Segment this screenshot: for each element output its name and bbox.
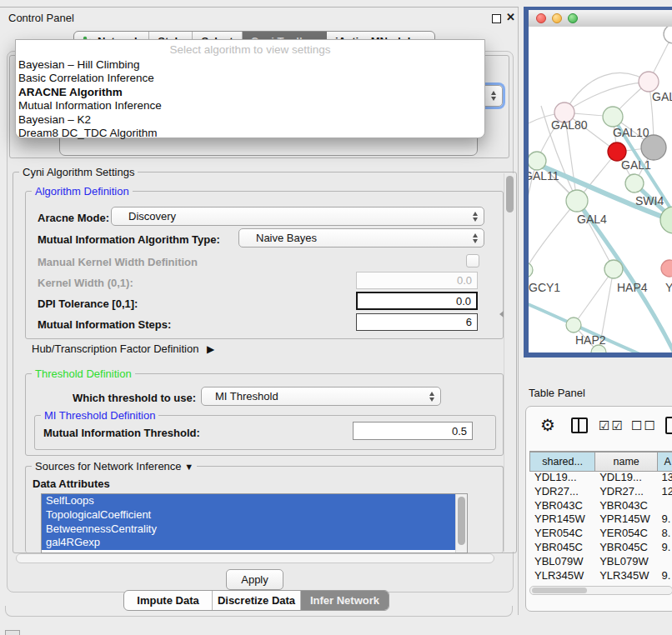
settings-horizontal-scrollbar[interactable] [16,553,494,563]
mi-type-value: Naive Bayes [256,232,317,244]
table-row[interactable]: YER054CYER054C8. [529,527,672,541]
mi-type-label: Mutual Information Algorithm Type: [38,233,220,246]
node [529,152,546,170]
mi-steps-label: Mutual Information Steps: [38,318,171,331]
aracne-mode-value: Discovery [128,210,176,222]
list-item[interactable]: gal4RGexp [42,536,460,550]
minimize-traffic-light-icon[interactable] [552,13,562,23]
settings-vertical-scrollbar[interactable] [504,173,515,552]
node-label: HAP2 [575,333,606,347]
table-row[interactable]: YDL19...YDL19...13 [529,471,672,485]
menu-item[interactable]: Dream8 DC_TDC Algorithm [16,127,484,140]
network-graph: GAL GAL80 GAL10 GAL1 GAL11 SWI4 GAL4 GCY… [529,27,672,352]
expand-down-icon: ▼ [184,462,193,472]
table-row[interactable]: YPR145WYPR145W9. [529,512,672,527]
list-item[interactable]: SelfLoops [42,494,460,508]
node-label: GAL1 [621,158,651,172]
mi-threshold-def-label: MI Threshold Definition [41,409,158,422]
mi-threshold-field[interactable]: 0.5 [353,422,473,440]
node-label: GAL11 [529,169,559,182]
close-icon[interactable]: ✕ [506,11,515,23]
table-row[interactable]: YBL079WYBL079W [529,555,672,569]
combo-stepper-icon [473,212,478,222]
gear-icon[interactable]: ⚙ [540,415,555,435]
menu-item[interactable]: Bayesian – K2 [16,113,484,127]
node [664,27,672,43]
unchecked-checkboxes-icon[interactable]: ☐☐ [631,418,657,433]
list-item[interactable]: TopologicalCoefficient [42,508,460,522]
column-header-partial[interactable]: A [658,452,672,472]
node [661,260,672,277]
table-horizontal-scrollbar[interactable] [529,586,672,595]
kernel-width-label: Kernel Width (0,1): [38,277,133,289]
zoom-traffic-light-icon[interactable] [568,13,578,23]
threshold-definition-label: Threshold Definition [32,368,135,380]
algorithm-definition-label: Algorithm Definition [32,185,133,198]
kernel-width-field[interactable]: 0.0 [356,272,478,289]
column-header-name[interactable]: name [595,452,658,472]
node [639,72,659,92]
control-panel-title: Control Panel [8,12,74,24]
cyni-algorithm-settings-group: Cyni Algorithm Settings Algorithm Defini… [13,172,517,553]
node-label: GAL80 [551,118,588,132]
window-grip-icon[interactable] [5,630,20,635]
apply-button[interactable]: Apply [226,569,283,590]
table-header: shared... name A [529,451,672,472]
data-attributes-label: Data Attributes [33,478,110,490]
menu-item-selected[interactable]: ARACNE Algorithm [16,86,484,99]
node-label: GAL4 [577,212,607,226]
mi-threshold-group: MI Threshold Definition Mutual Informati… [34,415,496,450]
mi-type-combo[interactable]: Naive Bayes [238,228,484,248]
page-icon[interactable] [665,417,672,434]
threshold-definition-group: Threshold Definition Which threshold to … [25,373,504,456]
table-row[interactable]: YLR345WYLR345W9. [529,569,672,583]
which-threshold-value: MI Threshold [215,390,278,402]
algorithm-definition-group: Algorithm Definition Aracne Mode: Discov… [25,191,504,339]
list-item[interactable]: BetweennessCentrality [42,522,460,537]
mi-steps-field[interactable]: 6 [356,313,478,331]
node [566,318,581,332]
application-root: Control Panel ✕ Network Style Select [0,0,672,635]
attributes-vertical-scrollbar[interactable] [455,494,467,552]
scrollbar-thumb[interactable] [532,588,587,593]
table-panel: ⚙ ☑☑ ☐☐ shared... name A YDL19...YDL19..… [525,406,672,612]
table-row[interactable]: YBR045CYBR045C9. [529,541,672,555]
network-canvas[interactable]: GAL GAL80 GAL10 GAL1 GAL11 SWI4 GAL4 GCY… [529,27,672,352]
checked-checkboxes-icon[interactable]: ☑☑ [599,418,624,433]
node-label: GAL [652,90,672,103]
data-attributes-list[interactable]: SelfLoops TopologicalCoefficient Between… [41,493,468,553]
node-label: Y [665,281,672,294]
network-window-titlebar[interactable] [529,10,672,28]
sources-label[interactable]: Sources for Network Inference ▼ [32,460,197,472]
split-columns-icon[interactable] [571,418,588,433]
dpi-tolerance-label: DPI Tolerance [0,1]: [38,298,138,310]
node [566,190,588,212]
which-threshold-combo[interactable]: MI Threshold [201,387,441,406]
aracne-mode-combo[interactable]: Discovery [111,207,484,226]
column-header-shared[interactable]: shared... [529,452,595,472]
cyni-algorithm-settings-label: Cyni Algorithm Settings [19,166,138,178]
node [529,262,533,278]
node [625,174,644,192]
dpi-tolerance-field[interactable]: 0.0 [356,292,478,310]
node [604,260,623,278]
menu-item[interactable]: Mutual Information Inference [16,99,484,112]
network-view-window: GAL GAL80 GAL10 GAL1 GAL11 SWI4 GAL4 GCY… [524,7,672,358]
table-row[interactable]: YDR27...YDR27...12 [529,485,672,499]
node-label: HAP4 [617,281,648,294]
algorithm-dropdown-popup: Select algorithm to view settings Bayesi… [15,39,485,138]
node-label: SWI4 [635,194,664,208]
menu-item[interactable]: Bayesian – Hill Climbing [16,58,484,72]
manual-kernel-checkbox[interactable] [466,254,479,268]
manual-kernel-label: Manual Kernel Width Definition [38,256,198,268]
expand-right-icon: ▶ [207,343,214,355]
menu-item[interactable]: Basic Correlation Inference [16,72,484,85]
table-row[interactable]: YIL052CYIL052C9. [529,582,672,585]
close-traffic-light-icon[interactable] [536,13,546,23]
panel-collapse-handle-icon[interactable] [499,311,504,318]
table-row[interactable]: YBR043CYBR043C [529,499,672,513]
float-window-icon[interactable] [492,14,501,23]
table-panel-title: Table Panel [529,387,585,399]
table-body: YDL19...YDL19...13 YDR27...YDR27...12 YB… [529,471,672,585]
hub-factor-expander[interactable]: Hub/Transcription Factor Definition ▶ [32,342,214,355]
